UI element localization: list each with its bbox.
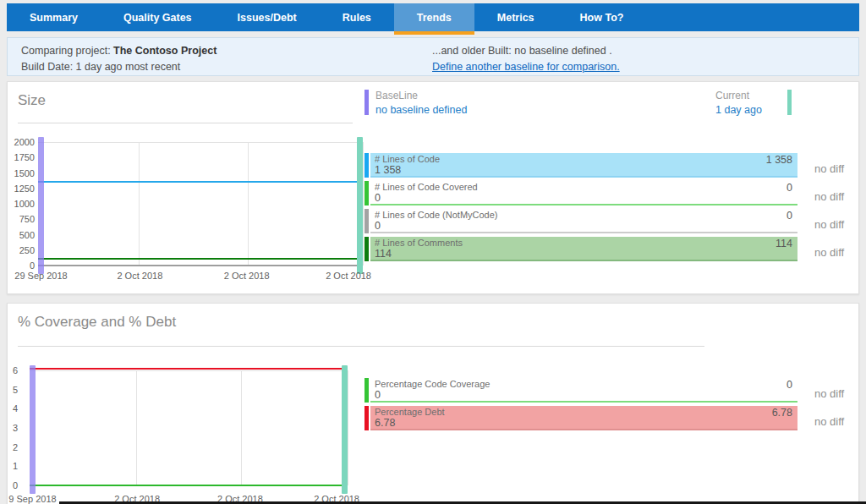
tab-quality-gates[interactable]: Quality Gates xyxy=(101,3,215,31)
legend-baseline: BaseLine no baseline defined xyxy=(364,90,467,117)
coverage-debt-trend-chart: 01234569 Sep 20182 Oct 20182 Oct 20182 O… xyxy=(8,354,359,504)
metric-fill: # Lines of Comments114114 xyxy=(370,237,797,261)
series-line-percentage-code-coverage xyxy=(30,485,348,486)
baseline-value: no baseline defined xyxy=(375,103,467,117)
y-tick-label: 1 xyxy=(8,461,18,471)
x-tick-label: 29 Sep 2018 xyxy=(3,271,79,281)
current-color-bar xyxy=(787,90,792,115)
diff-label: no diff xyxy=(797,237,862,261)
gridline xyxy=(30,370,348,371)
metric-fill: # Lines of Code (NotMyCode)00 xyxy=(370,209,797,233)
define-baseline-link[interactable]: Define another baseline for comparison. xyxy=(432,59,620,75)
y-tick-label: 1000 xyxy=(13,199,35,209)
metric-fill: Percentage Debt6.786.78 xyxy=(370,406,797,430)
title-divider xyxy=(18,123,353,123)
diff-label: no diff xyxy=(797,153,862,178)
metric-color-bar xyxy=(364,209,369,233)
metric-row: Percentage Code Coverage00no diff xyxy=(364,378,862,403)
metric-label: # Lines of Code Covered xyxy=(375,182,478,192)
metric-baseline-value: 6.78 xyxy=(375,417,395,429)
x-tick-label: 2 Oct 2018 xyxy=(326,271,371,281)
series-line-lines-of-code-notmycode xyxy=(38,265,363,266)
metric-current-value: 0 xyxy=(787,182,792,194)
gridline xyxy=(139,142,140,266)
metric-label: Percentage Debt xyxy=(375,407,445,417)
current-marker-band xyxy=(357,137,363,274)
size-metric-list: # Lines of Code1 3581 358no diff# Lines … xyxy=(364,153,862,265)
diff-label: no diff xyxy=(797,406,862,430)
tab-summary[interactable]: Summary xyxy=(7,3,101,31)
title-divider xyxy=(18,346,704,347)
panel-title-size: Size xyxy=(18,92,46,109)
panel-coverage-debt: % Coverage and % Debt 01234569 Sep 20182… xyxy=(7,303,859,504)
metric-row: # Lines of Code (NotMyCode)00no diff xyxy=(364,209,862,233)
metric-label: # Lines of Code xyxy=(375,154,440,164)
metric-fill: # Lines of Code1 3581 358 xyxy=(370,153,797,178)
y-tick-label: 250 xyxy=(13,245,35,255)
metric-current-value: 0 xyxy=(787,379,792,391)
y-tick-label: 1250 xyxy=(13,184,35,194)
x-tick-label: 2 Oct 2018 xyxy=(101,271,178,281)
y-tick-label: 2000 xyxy=(13,137,35,147)
current-label: Current xyxy=(715,90,781,101)
y-tick-label: 750 xyxy=(13,214,35,224)
gridline xyxy=(38,142,363,143)
current-marker-band xyxy=(342,365,348,494)
diff-label: no diff xyxy=(797,181,862,205)
gridline xyxy=(241,370,242,485)
metric-color-bar xyxy=(364,237,369,261)
metric-color-bar xyxy=(364,378,369,403)
metric-row: # Lines of Code Covered00no diff xyxy=(364,181,862,205)
tab-trends[interactable]: Trends xyxy=(394,3,474,31)
metric-baseline-value: 0 xyxy=(375,192,381,204)
metric-current-value: 6.78 xyxy=(772,407,792,419)
metric-row: # Lines of Comments114114no diff xyxy=(364,237,862,261)
y-tick-label: 3 xyxy=(8,423,18,433)
metric-current-value: 1 358 xyxy=(766,154,792,166)
diff-label: no diff xyxy=(797,378,862,403)
metric-row: # Lines of Code1 3581 358no diff xyxy=(364,153,862,178)
project-name: The Contoso Project xyxy=(113,45,216,57)
metric-current-value: 0 xyxy=(787,210,792,222)
y-tick-label: 1750 xyxy=(13,152,35,162)
legend-current: Current 1 day ago xyxy=(715,90,792,117)
metric-fill: Percentage Code Coverage00 xyxy=(370,378,797,403)
y-tick-label: 0 xyxy=(13,260,35,271)
gridline xyxy=(348,370,348,485)
tab-issues-debt[interactable]: Issues/Debt xyxy=(215,3,320,31)
series-line-lines-of-code xyxy=(38,181,363,183)
y-tick-label: 4 xyxy=(8,403,18,414)
series-line-percentage-debt xyxy=(30,368,348,370)
y-tick-label: 5 xyxy=(8,385,18,395)
tab-how-to[interactable]: How To? xyxy=(557,3,647,31)
tab-rules[interactable]: Rules xyxy=(320,3,394,31)
tab-bar: SummaryQuality GatesIssues/DebtRulesTren… xyxy=(7,3,859,31)
gridline xyxy=(248,142,249,266)
build-date-label: Build Date: 1 day ago most recent xyxy=(21,59,216,75)
diff-label: no diff xyxy=(797,209,862,233)
series-line-lines-of-comments xyxy=(38,258,363,260)
baseline-marker-band xyxy=(38,137,44,274)
size-trend-chart: 02505007501000125015001750200029 Sep 201… xyxy=(13,133,371,283)
gridline xyxy=(136,370,137,485)
y-tick-label: 0 xyxy=(8,480,18,490)
baseline-color-bar xyxy=(364,90,369,115)
metric-baseline-value: 0 xyxy=(375,389,381,401)
y-tick-label: 500 xyxy=(13,230,35,240)
metric-baseline-value: 114 xyxy=(375,248,392,260)
metric-color-bar xyxy=(364,406,369,430)
tab-metrics[interactable]: Metrics xyxy=(474,3,557,31)
metric-label: Percentage Code Coverage xyxy=(375,379,490,389)
older-built-label: ...and older Built: no baseline defined … xyxy=(432,43,620,59)
metric-label: # Lines of Comments xyxy=(375,238,463,248)
metric-color-bar xyxy=(364,153,369,178)
x-tick-label: 2 Oct 2018 xyxy=(209,271,285,281)
metric-current-value: 114 xyxy=(776,238,792,249)
metric-baseline-value: 0 xyxy=(375,220,381,232)
baseline-marker-band xyxy=(30,365,36,494)
y-tick-label: 1500 xyxy=(13,168,35,178)
coverage-debt-metric-list: Percentage Code Coverage00no diffPercent… xyxy=(364,378,862,434)
comparing-project-label: Comparing project: xyxy=(21,45,113,57)
gridline xyxy=(363,142,364,266)
metric-baseline-value: 1 358 xyxy=(375,164,401,176)
